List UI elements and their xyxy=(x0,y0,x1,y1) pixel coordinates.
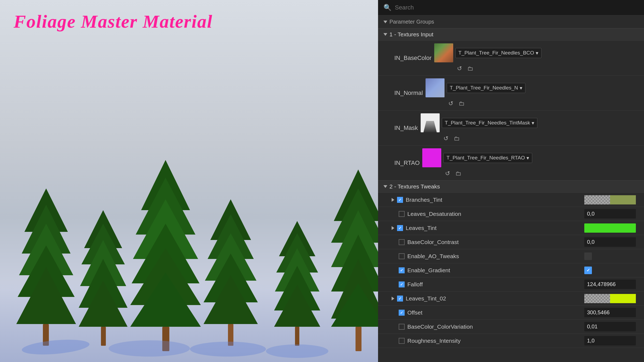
param-roughness-intensity: Roughness_Intensity xyxy=(378,334,644,348)
in-basecolor-reset-btn[interactable]: ↺ xyxy=(455,65,464,73)
shadow-2 xyxy=(109,340,190,357)
enable-ao-tweaks-checkbox[interactable] xyxy=(399,253,405,259)
in-normal-thumb xyxy=(426,78,445,97)
svg-rect-31 xyxy=(356,327,361,351)
search-input[interactable] xyxy=(395,4,639,11)
tree-2 xyxy=(79,205,128,346)
enable-gradient-bool[interactable] xyxy=(584,267,592,274)
svg-rect-25 xyxy=(295,327,299,346)
in-mask-browse-btn[interactable]: 🗀 xyxy=(452,134,461,143)
branches-tint-label: Branches_Tint xyxy=(406,197,582,203)
foliage-title: Foliage Master Material xyxy=(14,11,213,32)
section-textures-input[interactable]: 1 - Textures Input xyxy=(378,28,644,40)
in-mask-reset-btn[interactable]: ↺ xyxy=(442,134,450,143)
search-icon: 🔍 xyxy=(383,4,392,11)
falloff-value xyxy=(584,280,639,289)
shadow-4 xyxy=(266,344,328,358)
leaves-desaturation-checkbox[interactable] xyxy=(399,211,405,217)
in-basecolor-controls: T_Plant_Tree_Fir_Needles_BCO ▾ ↺ 🗀 xyxy=(434,43,639,73)
in-basecolor-browse-btn[interactable]: 🗀 xyxy=(466,65,475,73)
enable-gradient-value xyxy=(584,267,639,274)
section-textures-tweaks[interactable]: 2 - Textures Tweaks xyxy=(378,180,644,193)
enable-ao-tweaks-label: Enable_AO_Tweaks xyxy=(407,253,582,260)
leaves-tint-checkbox[interactable] xyxy=(397,225,403,231)
in-mask-texture-btn[interactable]: T_Plant_Tree_Fir_Needles_TintMask ▾ xyxy=(442,118,537,128)
in-normal-browse-btn[interactable]: 🗀 xyxy=(457,100,466,108)
in-basecolor-top-row: T_Plant_Tree_Fir_Needles_BCO ▾ xyxy=(434,43,639,62)
tree-5 xyxy=(274,216,320,346)
leaves-tint-02-checkbox[interactable] xyxy=(397,296,403,302)
offset-input[interactable] xyxy=(584,308,636,317)
leaves-tint-label: Leaves_Tint xyxy=(406,225,582,231)
branches-tint-swatch[interactable] xyxy=(584,195,636,204)
tree-right xyxy=(331,167,380,351)
section1-arrow xyxy=(383,33,387,36)
in-basecolor-action-row: ↺ 🗀 xyxy=(434,65,639,73)
leaves-tint-02-swatch[interactable] xyxy=(584,294,636,303)
basecolor-contrast-input[interactable] xyxy=(584,237,636,247)
branches-tint-expand-arrow[interactable] xyxy=(392,198,394,202)
in-normal-texture-name: T_Plant_Tree_Fir_Needles_N xyxy=(450,85,518,91)
basecolor-contrast-checkbox[interactable] xyxy=(399,239,405,245)
roughness-intensity-value xyxy=(584,336,639,345)
enable-gradient-label: Enable_Gradient xyxy=(407,267,582,274)
leaves-tint-value xyxy=(584,223,639,233)
in-rtao-dropdown-icon: ▾ xyxy=(526,155,529,161)
in-mask-dropdown-icon: ▾ xyxy=(532,120,534,126)
offset-value xyxy=(584,308,639,317)
tree-3 xyxy=(130,156,201,351)
roughness-intensity-label: Roughness_Intensity xyxy=(407,338,582,344)
leaves-tint-swatch[interactable] xyxy=(584,223,636,233)
tree-4 xyxy=(204,194,258,346)
in-rtao-action-row: ↺ 🗀 xyxy=(422,169,639,178)
param-leaves-tint: Leaves_Tint xyxy=(378,221,644,235)
branches-tint-checker xyxy=(584,195,610,204)
leaves-tint-02-color xyxy=(610,294,636,303)
basecolor-colorvariation-checkbox[interactable] xyxy=(399,324,405,330)
falloff-label: Falloff xyxy=(407,281,582,288)
in-normal-label: IN_Normal xyxy=(394,89,423,97)
in-rtao-controls: T_Plant_Tree_Fir_Needles_RTAO ▾ ↺ 🗀 xyxy=(422,148,639,178)
enable-ao-tweaks-bool[interactable] xyxy=(584,252,592,260)
in-rtao-browse-btn[interactable]: 🗀 xyxy=(454,169,463,178)
leaves-desaturation-value xyxy=(584,209,639,219)
leaves-tint-02-label: Leaves_Tint_02 xyxy=(406,295,582,302)
roughness-intensity-checkbox[interactable] xyxy=(399,338,405,344)
branches-tint-value xyxy=(584,195,639,204)
offset-label: Offset xyxy=(407,309,582,316)
basecolor-contrast-label: BaseColor_Contrast xyxy=(407,239,582,245)
roughness-intensity-input[interactable] xyxy=(584,336,636,345)
param-leaves-tint-02: Leaves_Tint_02 xyxy=(378,291,644,305)
in-normal-texture-btn[interactable]: T_Plant_Tree_Fir_Needles_N ▾ xyxy=(447,83,525,93)
scroll-panel[interactable]: Parameter Groups 1 - Textures Input IN_B… xyxy=(378,15,644,350)
in-normal-top-row: T_Plant_Tree_Fir_Needles_N ▾ xyxy=(426,78,639,97)
leaves-tint-02-checker xyxy=(584,294,610,303)
param-enable-ao-tweaks: Enable_AO_Tweaks xyxy=(378,249,644,263)
leaves-desaturation-input[interactable] xyxy=(584,209,636,219)
basecolor-colorvariation-input[interactable] xyxy=(584,322,636,331)
param-in-normal: IN_Normal T_Plant_Tree_Fir_Needles_N ▾ ↺… xyxy=(378,75,644,110)
in-basecolor-texture-btn[interactable]: T_Plant_Tree_Fir_Needles_BCO ▾ xyxy=(455,48,541,58)
param-leaves-desaturation: Leaves_Desaturation xyxy=(378,207,644,221)
enable-gradient-checkbox[interactable] xyxy=(399,267,405,273)
in-normal-dropdown-icon: ▾ xyxy=(520,85,522,91)
svg-rect-6 xyxy=(101,327,106,346)
section2-label: 2 - Textures Tweaks xyxy=(389,183,440,190)
leaves-tint-02-expand-arrow[interactable] xyxy=(392,297,394,300)
param-basecolor-colorvariation: BaseColor_ColorVariation xyxy=(378,319,644,334)
in-normal-reset-btn[interactable]: ↺ xyxy=(447,100,455,108)
in-rtao-texture-name: T_Plant_Tree_Fir_Needles_RTAO xyxy=(446,155,525,161)
branches-tint-checkbox[interactable] xyxy=(397,197,403,203)
scene-area: Foliage Master Material xyxy=(0,0,380,362)
leaves-desaturation-label: Leaves_Desaturation xyxy=(407,211,582,217)
in-basecolor-label: IN_BaseColor xyxy=(394,55,432,62)
offset-checkbox[interactable] xyxy=(399,310,405,316)
leaves-tint-expand-arrow[interactable] xyxy=(392,226,394,230)
in-rtao-texture-btn[interactable]: T_Plant_Tree_Fir_Needles_RTAO ▾ xyxy=(443,153,532,163)
falloff-input[interactable] xyxy=(584,280,636,289)
falloff-checkbox[interactable] xyxy=(399,281,405,287)
search-bar: 🔍 xyxy=(378,0,644,15)
in-mask-top-row: T_Plant_Tree_Fir_Needles_TintMask ▾ xyxy=(421,113,639,132)
in-mask-controls: T_Plant_Tree_Fir_Needles_TintMask ▾ ↺ 🗀 xyxy=(421,113,639,143)
in-rtao-reset-btn[interactable]: ↺ xyxy=(443,169,452,178)
